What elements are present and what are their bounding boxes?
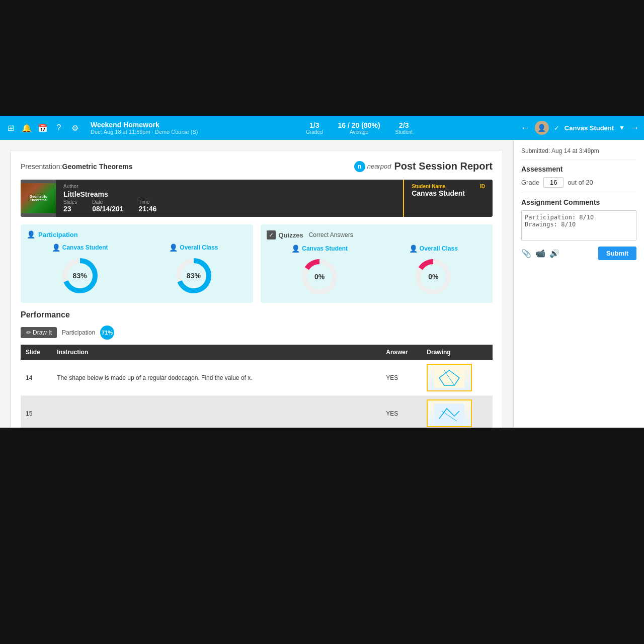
table-header: Slide Instruction Answer Drawing [21, 345, 493, 360]
canvas-quiz-student-label: Canvas Student [302, 245, 348, 252]
participation-card: 👤 Participation 👤 Canvas Student [21, 224, 253, 303]
answer-14: YES [381, 360, 422, 395]
nav-right-section: ← 👤 ✓ Canvas Student ▼ → [521, 121, 639, 135]
video-icon[interactable]: 📹 [535, 249, 545, 258]
instruction-15 [52, 395, 381, 428]
draw-it-label: Draw It [33, 329, 52, 336]
thumbnail: GeometricTheorems [21, 180, 56, 217]
canvas-student-header: 👤 Canvas Student [52, 244, 108, 252]
presentation-title: Presentation:Geometric Theorems [21, 163, 133, 171]
comments-actions: 📎 📹 🔊 Submit [521, 247, 636, 260]
quizzes-inner: 👤 Canvas Student 0% [267, 245, 487, 297]
student-name-nav: Canvas Student [565, 124, 614, 132]
grade-label: Grade [521, 179, 539, 186]
thumb-svg-15 [434, 404, 464, 424]
slide-thumbnail-15 [427, 399, 472, 427]
student-stat: 2/3 Student [395, 121, 413, 135]
graded-label: Graded [306, 129, 323, 135]
presentation-label: Presentation: [21, 163, 62, 171]
student-name-value: Canvas Student [412, 189, 465, 197]
overall-quiz-pct: 0% [428, 273, 438, 281]
student-name-col: Student Name Canvas Student [412, 184, 465, 213]
info-bar: GeometricTheorems Author LittleStreams S… [21, 180, 493, 217]
canvas-quizzes-donut: 0% [299, 257, 340, 297]
report-container: Presentation:Geometric Theorems n nearpo… [10, 150, 503, 428]
performance-section: Performance ✏ Draw It Participation 71% [21, 310, 493, 428]
audio-icon[interactable]: 🔊 [549, 249, 559, 258]
slide-14: 14 [21, 360, 52, 395]
graded-value: 1/3 [306, 121, 323, 129]
assessment-title: Assessment [521, 165, 636, 173]
settings-icon[interactable]: ⚙ [69, 122, 80, 133]
overall-quizzes-donut: 0% [413, 257, 453, 297]
help-icon[interactable]: ? [53, 122, 64, 133]
canvas-quiz-person-icon: 👤 [291, 245, 300, 253]
thumb-svg-14 [434, 368, 464, 388]
svg-rect-11 [434, 404, 464, 424]
canvas-person-icon: 👤 [52, 244, 60, 252]
nav-prev-arrow[interactable]: ← [521, 123, 530, 133]
report-brand: n nearpod Post Session Report [354, 160, 493, 172]
body-split: Presentation:Geometric Theorems n nearpo… [0, 140, 644, 428]
slide-15: 15 [21, 395, 52, 428]
out-of-label: out of 20 [568, 179, 593, 186]
action-icons: 📎 📹 🔊 [521, 249, 559, 258]
bell-icon[interactable]: 🔔 [21, 122, 32, 133]
info-details: Author LittleStreams Slides 23 Date [56, 180, 164, 217]
canvas-student-name-label: Canvas Student [62, 244, 108, 251]
nav-title-block: Weekend Homework Due: Aug 18 at 11:59pm … [91, 121, 198, 135]
report-header: Presentation:Geometric Theorems n nearpo… [21, 160, 493, 172]
overall-person-icon: 👤 [169, 244, 178, 252]
draw-participation-label: Participation [62, 329, 95, 336]
date-value: 08/14/201 [92, 205, 123, 213]
navigation-bar: ⊞ 🔔 📅 ? ⚙ Weekend Homework Due: Aug 18 a… [0, 116, 644, 140]
student-dropdown[interactable]: ▼ [619, 124, 625, 131]
overall-class-participation: 👤 Overall Class 83% [140, 244, 247, 296]
check-icon: ✓ [554, 124, 559, 132]
slides-value: 23 [63, 205, 77, 213]
nearpod-text: nearpod [367, 163, 391, 170]
thumb-inner-14 [428, 365, 471, 390]
submitted-text: Submitted: Aug 14 at 3:49pm [521, 147, 636, 154]
info-cols: Slides 23 Date 08/14/201 Time [63, 199, 156, 213]
drawing-header: Drawing [422, 345, 493, 360]
canvas-student-participation: 👤 Canvas Student 83% [27, 244, 133, 296]
paperclip-icon[interactable]: 📎 [521, 249, 531, 258]
grid-icon[interactable]: ⊞ [5, 122, 16, 133]
overall-participation-donut: 83% [174, 256, 214, 296]
graded-stat: 1/3 Graded [306, 121, 323, 135]
pencil-icon: ✏ [26, 329, 31, 336]
nav-subtitle: Due: Aug 18 at 11:59pm · Demo Course (S) [91, 129, 198, 135]
participation-pct-badge: 71% [100, 326, 114, 340]
assessment-section: Assessment Grade out of 20 [521, 159, 636, 188]
calendar-icon[interactable]: 📅 [37, 122, 48, 133]
overall-class-header: 👤 Overall Class [169, 244, 218, 252]
comments-box[interactable]: Participation: 8/10 Drawings: 8/10 [521, 210, 636, 240]
performance-table: Slide Instruction Answer Drawing 14 The … [21, 345, 493, 428]
grade-input[interactable] [543, 177, 564, 188]
check-box-icon: ✓ [267, 230, 276, 239]
instruction-14: The shape below is made up of a regular … [52, 360, 381, 395]
comments-section: Assignment Comments Participation: 8/10 … [521, 193, 636, 260]
grade-row: Grade out of 20 [521, 177, 636, 188]
table-row: 15 YES [21, 395, 493, 428]
stats-row: 👤 Participation 👤 Canvas Student [21, 224, 493, 303]
report-title: Post Session Report [394, 160, 493, 172]
canvas-quizzes-header: 👤 Canvas Student [291, 245, 348, 253]
author-label: Author [63, 184, 156, 189]
overall-quizzes-stat: 👤 Overall Class 0% [380, 245, 487, 297]
submit-button[interactable]: Submit [598, 247, 636, 260]
date-col: Date 08/14/201 [92, 199, 123, 213]
overall-class-name-label: Overall Class [180, 244, 218, 251]
nav-next-arrow[interactable]: → [630, 123, 639, 133]
info-section-right: Student Name Canvas Student ID [403, 180, 493, 217]
comments-title: Assignment Comments [521, 198, 636, 206]
drawing-14 [422, 360, 493, 395]
thumb-title: GeometricTheorems [30, 195, 47, 202]
average-stat: 16 / 20 (80%) Average [338, 121, 380, 135]
canvas-participation-donut: 83% [60, 256, 100, 296]
info-section-left: GeometricTheorems Author LittleStreams S… [21, 180, 403, 217]
answer-header: Answer [381, 345, 422, 360]
quizzes-title: Quizzes [279, 231, 303, 239]
overall-quizzes-header: 👤 Overall Class [409, 245, 458, 253]
